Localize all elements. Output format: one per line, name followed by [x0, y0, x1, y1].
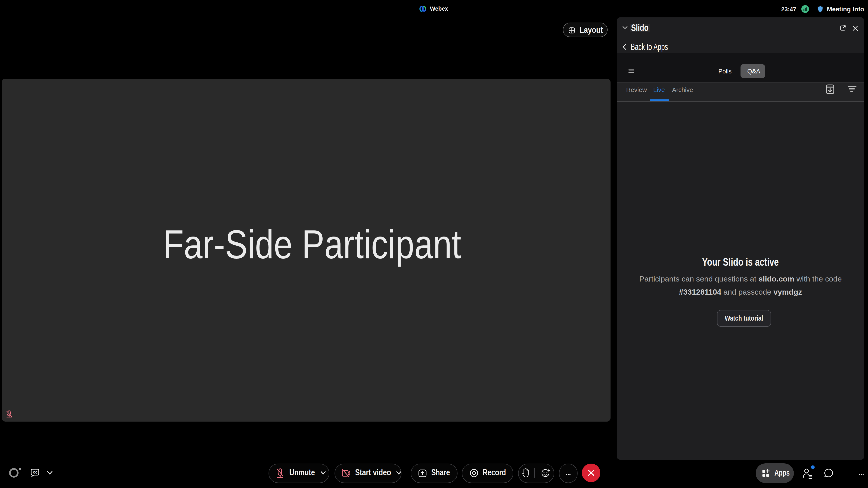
svg-text:CC: CC	[33, 470, 37, 474]
